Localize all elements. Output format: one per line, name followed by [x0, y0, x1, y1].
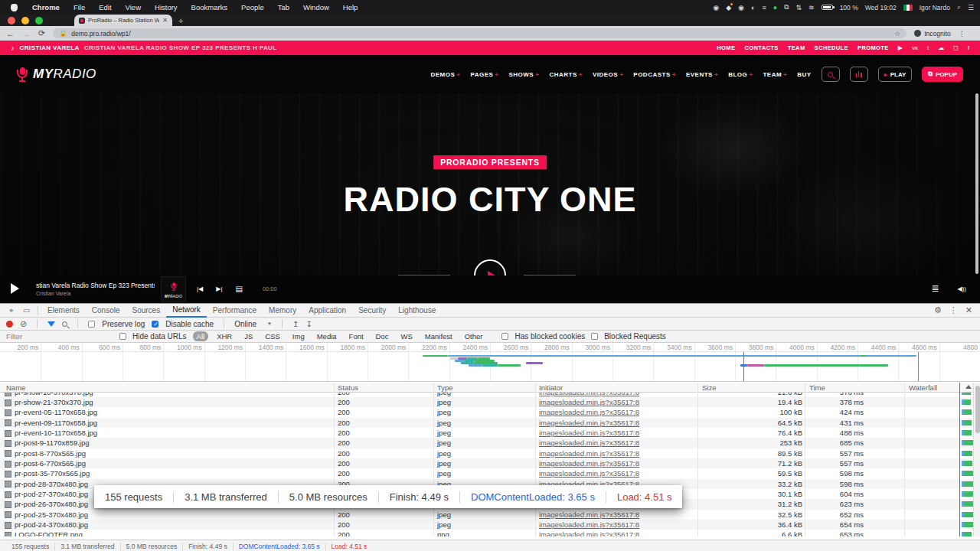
throttling-dropdown[interactable]: Online ▼ [234, 320, 272, 328]
player-next-button[interactable]: ▶| [216, 285, 222, 292]
request-name[interactable]: pr-event-09-1170x658.jpg [15, 419, 97, 427]
table-row[interactable]: pr-post-8-770x565.jpg200jpegimagesloaded… [0, 448, 980, 458]
request-name[interactable]: pr-pod-28-370x480.jpg [15, 480, 88, 488]
nav-item-demos[interactable]: DEMOS+ [430, 71, 460, 78]
request-name[interactable]: pr-pod-25-370x480.jpg [15, 510, 88, 519]
devtools-tab-sources[interactable]: Sources [126, 304, 166, 318]
filter-pill-xhr[interactable]: XHR [213, 331, 236, 341]
table-scrollbar[interactable] [973, 383, 980, 536]
apple-icon[interactable] [11, 4, 18, 11]
header-search-button[interactable] [822, 67, 840, 82]
network-search-icon[interactable] [62, 321, 67, 327]
sort-ascending-icon[interactable] [965, 385, 972, 389]
network-overview-chart[interactable] [0, 352, 980, 382]
devtools-tab-application[interactable]: Application [302, 304, 352, 318]
soundcloud-icon[interactable]: ☁ [938, 44, 944, 51]
request-initiator-link[interactable]: imagesloaded.min.js?x35617:8 [539, 459, 639, 468]
player-play-button[interactable] [11, 283, 19, 294]
topbar-link-home[interactable]: HOME [717, 44, 735, 51]
topbar-link-team[interactable]: TEAM [788, 44, 805, 51]
menubar-item-file[interactable]: File [67, 3, 92, 11]
topbar-link-contacts[interactable]: CONTACTS [744, 44, 778, 51]
column-divider[interactable] [904, 383, 905, 536]
topbar-link-schedule[interactable]: SCHEDULE [815, 44, 848, 51]
has-blocked-cookies-checkbox[interactable] [501, 333, 508, 340]
inspect-element-icon[interactable]: ⌖ [5, 306, 18, 315]
menubar-item-help[interactable]: Help [336, 3, 365, 11]
filter-pill-doc[interactable]: Doc [372, 331, 393, 341]
back-button[interactable]: ← [6, 29, 15, 38]
request-initiator-link[interactable]: imagesloaded.min.js?x35617:8 [539, 510, 639, 519]
nav-item-events[interactable]: EVENTS+ [686, 71, 718, 78]
filter-pill-img[interactable]: Img [289, 331, 309, 341]
table-row[interactable]: pr-pod-24-370x480.jpg200jpegimagesloaded… [0, 520, 980, 530]
col-name[interactable]: Name [6, 383, 25, 392]
filter-pill-manifest[interactable]: Manifest [421, 331, 456, 341]
filter-pill-other[interactable]: Other [461, 331, 487, 341]
request-name[interactable]: pr-pod-27-370x480.jpg [15, 490, 88, 498]
devtools-tab-elements[interactable]: Elements [41, 304, 86, 318]
column-divider[interactable] [805, 383, 805, 536]
nav-item-podcasts[interactable]: PODCASTS+ [633, 71, 676, 78]
request-name[interactable]: pr-post-35-770x565.jpg [15, 469, 90, 478]
table-row[interactable]: pr-show-21-370x370.jpg200jpegimagesloade… [0, 397, 980, 407]
devtools-tab-security[interactable]: Security [352, 304, 392, 318]
import-har-icon[interactable]: ↥ [292, 320, 299, 328]
request-initiator-link[interactable]: imagesloaded.min.js?x35617:8 [539, 429, 639, 437]
request-initiator-link[interactable]: imagesloaded.min.js?x35617:8 [539, 469, 639, 478]
player-previous-button[interactable]: |◀ [197, 285, 203, 292]
filter-pill-css[interactable]: CSS [261, 331, 284, 341]
menubar-item-view[interactable]: View [119, 3, 148, 11]
devtools-close-icon[interactable]: ✕ [965, 305, 972, 315]
col-type[interactable]: Type [437, 383, 453, 392]
notification-bell-icon[interactable]: ◆ [726, 4, 731, 11]
request-initiator-link[interactable]: imagesloaded.min.js?x35617:8 [539, 520, 639, 529]
shield-icon[interactable]: ◉ [738, 4, 744, 11]
table-row[interactable]: pr-event-05-1170x658.jpg200jpegimagesloa… [0, 407, 980, 417]
menubar-item-history[interactable]: History [148, 3, 185, 11]
preserve-log-checkbox[interactable] [88, 321, 95, 328]
devtools-tab-memory[interactable]: Memory [263, 304, 302, 318]
export-har-icon[interactable]: ↧ [305, 320, 312, 328]
app-icon[interactable]: ≡ [762, 4, 766, 11]
spotlight-icon[interactable]: ⌕ [957, 3, 961, 11]
request-name[interactable]: pr-post-8-770x565.jpg [15, 449, 86, 458]
column-divider[interactable] [697, 383, 698, 536]
filter-funnel-icon[interactable] [47, 321, 55, 327]
filter-pill-font[interactable]: Font [345, 331, 368, 341]
fullscreen-window-button[interactable] [35, 17, 43, 24]
menubar-item-tab[interactable]: Tab [271, 3, 296, 11]
blocked-requests-checkbox[interactable] [591, 333, 598, 340]
menubar-item-chrome[interactable]: Chrome [25, 3, 67, 11]
reload-button[interactable]: ⟳ [38, 28, 45, 38]
devtools-tab-lighthouse[interactable]: Lighthouse [392, 304, 442, 318]
nav-item-team[interactable]: TEAM+ [763, 71, 787, 78]
menubar-item-window[interactable]: Window [296, 3, 336, 11]
devtools-tab-console[interactable]: Console [86, 304, 126, 318]
player-playlist-icon[interactable]: ≣ [931, 283, 939, 294]
nav-item-shows[interactable]: SHOWS+ [508, 71, 539, 78]
filter-pill-media[interactable]: Media [313, 331, 341, 341]
filter-input[interactable] [6, 332, 113, 341]
request-name[interactable]: pr-show-10-370x370.jpg [15, 393, 93, 396]
player-radio-icon[interactable]: ▤ [235, 285, 242, 293]
menubar-user[interactable]: Igor Nardo [920, 4, 950, 11]
forward-button[interactable]: → [22, 29, 31, 38]
table-row[interactable]: pr-event-09-1170x658.jpg200jpegimagesloa… [0, 418, 980, 428]
moon-icon[interactable]: ◐ [751, 4, 755, 11]
header-popup-button[interactable]: ⧉POPUP [922, 67, 963, 82]
col-size[interactable]: Size [702, 383, 716, 392]
green-status-icon[interactable]: ● [773, 4, 777, 11]
page-scrollbar[interactable] [975, 93, 978, 274]
table-row[interactable]: LOGO-FOOTER.png200pngimagesloaded.min.js… [0, 530, 980, 536]
twitter-icon[interactable]: t [927, 44, 929, 51]
disable-cache-checkbox[interactable] [152, 321, 158, 328]
preserve-log-label[interactable]: Preserve log [102, 320, 145, 328]
request-name[interactable]: pr-post-9-1170x859.jpg [15, 439, 90, 447]
request-initiator-link[interactable]: imagesloaded.min.js?x35617:8 [539, 398, 639, 406]
lock-icon[interactable]: 🔒 [59, 30, 67, 37]
request-initiator-link[interactable]: imagesloaded.min.js?x35617:8 [539, 439, 639, 447]
close-window-button[interactable] [8, 17, 15, 24]
wifi-icon[interactable]: ≋ [808, 4, 815, 11]
display-icon[interactable]: ⧉ [784, 3, 789, 11]
